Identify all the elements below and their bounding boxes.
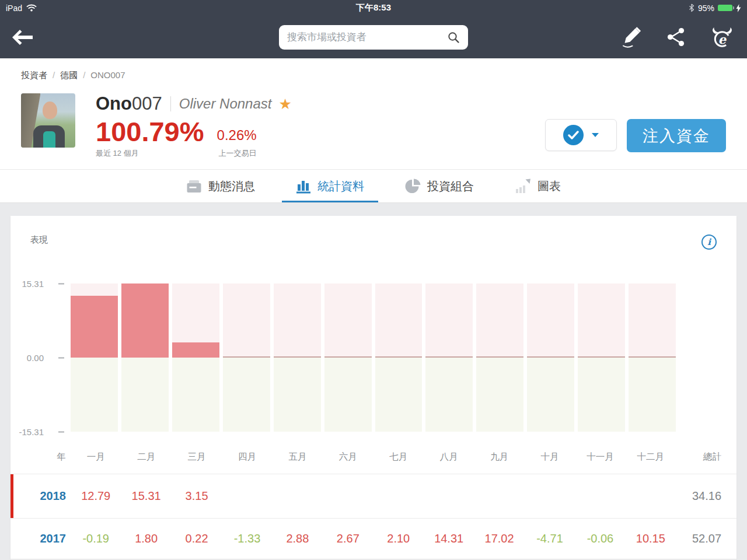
profile-header: 投資者/德國/ONO007 Ono007 Oliver Nonnast ★ 10… xyxy=(0,58,747,169)
day-change-label: 上一交易日 xyxy=(217,148,257,159)
etoro-logo[interactable]: e xyxy=(710,27,734,48)
portfolio-icon xyxy=(405,178,421,194)
chart-column xyxy=(578,284,625,432)
chevron-down-icon xyxy=(592,133,599,137)
month-value: 17.02 xyxy=(474,532,524,545)
chart-column xyxy=(527,284,574,432)
month-header: 七月 xyxy=(374,451,424,463)
chart-column xyxy=(324,284,372,432)
nav-bar: e xyxy=(0,16,747,58)
month-header: 十二月 xyxy=(626,451,676,463)
year-row-2018[interactable]: 201812.7915.313.1534.16 xyxy=(11,474,736,518)
month-header: 六月 xyxy=(323,451,373,463)
month-value: -0.19 xyxy=(71,532,121,545)
total-header: 總計 xyxy=(676,451,736,463)
search-icon[interactable] xyxy=(447,31,460,44)
breadcrumb: 投資者/德國/ONO007 xyxy=(21,70,726,81)
month-header: 二月 xyxy=(121,451,171,463)
add-funds-button[interactable]: 注入資金 xyxy=(627,119,726,152)
zero-line xyxy=(527,356,574,358)
zero-line xyxy=(324,356,372,358)
chart-column xyxy=(375,284,423,432)
month-header: 十月 xyxy=(525,451,575,463)
year-label: 2018 xyxy=(11,489,71,503)
month-bar xyxy=(172,342,219,358)
bluetooth-icon xyxy=(689,4,694,12)
chart-column xyxy=(274,284,321,432)
month-value: -4.71 xyxy=(525,532,575,545)
month-header: 三月 xyxy=(172,451,222,463)
username-line: Ono007 Oliver Nonnast ★ xyxy=(96,93,292,114)
chart-column xyxy=(476,284,523,432)
breadcrumb-investors[interactable]: 投資者 xyxy=(21,70,47,80)
zero-line xyxy=(578,356,625,358)
chart-column xyxy=(172,284,219,432)
year-row-2017[interactable]: 2017-0.191.800.22-1.332.882.672.1014.311… xyxy=(11,518,736,559)
month-header: 四月 xyxy=(222,451,272,463)
chart-column xyxy=(425,284,473,432)
zero-line xyxy=(476,356,523,358)
chart-column xyxy=(629,284,676,432)
search-box[interactable] xyxy=(279,25,468,50)
month-value: 1.80 xyxy=(121,532,171,545)
year-header: 年 xyxy=(11,451,71,463)
charging-bolt-icon xyxy=(736,4,741,12)
zero-line xyxy=(425,356,473,358)
y-tick: 0.00 xyxy=(27,353,64,363)
month-value: -0.06 xyxy=(575,532,625,545)
chart-column xyxy=(121,284,169,432)
month-value: 3.15 xyxy=(172,489,222,503)
favorite-star-icon[interactable]: ★ xyxy=(278,96,291,113)
month-header: 十一月 xyxy=(575,451,625,463)
day-change-value: 0.26% xyxy=(217,127,257,145)
zero-line xyxy=(223,356,270,358)
breadcrumb-current: ONO007 xyxy=(90,70,125,80)
month-bar xyxy=(121,284,169,358)
y-tick: -15.31 xyxy=(19,427,64,437)
username: Ono xyxy=(96,93,132,114)
battery-icon xyxy=(718,5,732,11)
wifi-icon xyxy=(26,4,37,12)
breadcrumb-country[interactable]: 德國 xyxy=(60,70,78,80)
share-icon[interactable] xyxy=(667,27,685,47)
month-value: 2.88 xyxy=(273,532,323,545)
zero-line xyxy=(629,356,676,358)
tab-feed[interactable]: 動態消息 xyxy=(172,170,269,202)
month-bar xyxy=(71,296,118,358)
y-axis: 15.310.00-15.31 xyxy=(11,284,71,432)
info-icon[interactable]: i xyxy=(701,235,717,250)
stats-icon xyxy=(296,178,311,194)
gain-12m-value: 100.79% xyxy=(96,118,204,145)
month-header: 八月 xyxy=(424,451,474,463)
clock: 下午8:53 xyxy=(356,2,391,13)
charts-icon xyxy=(515,178,531,194)
total-value: 34.16 xyxy=(676,489,736,503)
chart-column xyxy=(223,284,270,432)
month-header: 五月 xyxy=(273,451,323,463)
year-label: 2017 xyxy=(11,532,71,545)
profile-photo[interactable] xyxy=(21,93,75,148)
tab-portfolio[interactable]: 投資組合 xyxy=(391,170,488,202)
tab-charts[interactable]: 圖表 xyxy=(501,170,575,202)
status-bar: iPad 下午8:53 95% xyxy=(0,0,747,16)
table-header-row: 年一月二月三月四月五月六月七月八月九月十月十一月十二月總計 xyxy=(11,440,736,474)
month-value: 14.31 xyxy=(424,532,474,545)
tab-stats[interactable]: 統計資料 xyxy=(282,170,378,202)
yearly-rows: 201812.7915.313.1534.162017-0.191.800.22… xyxy=(11,474,736,559)
chart-column xyxy=(71,284,118,432)
performance-title: 表現 xyxy=(30,235,48,246)
month-value: 15.31 xyxy=(121,489,171,503)
month-value: -1.33 xyxy=(222,532,272,545)
month-value: 12.79 xyxy=(71,489,121,503)
feed-icon xyxy=(186,179,202,194)
gain-12m-label: 最近 12 個月 xyxy=(96,148,204,159)
search-input[interactable] xyxy=(287,32,447,43)
copied-status-dropdown[interactable] xyxy=(545,119,617,151)
performance-chart: 15.310.00-15.31 xyxy=(11,284,736,432)
month-value: 10.15 xyxy=(626,532,676,545)
y-tick: 15.31 xyxy=(22,279,64,289)
full-name: Oliver Nonnast xyxy=(179,96,272,112)
back-button[interactable] xyxy=(12,29,34,46)
month-header: 一月 xyxy=(71,451,121,463)
edit-pencil-icon[interactable] xyxy=(621,26,642,48)
